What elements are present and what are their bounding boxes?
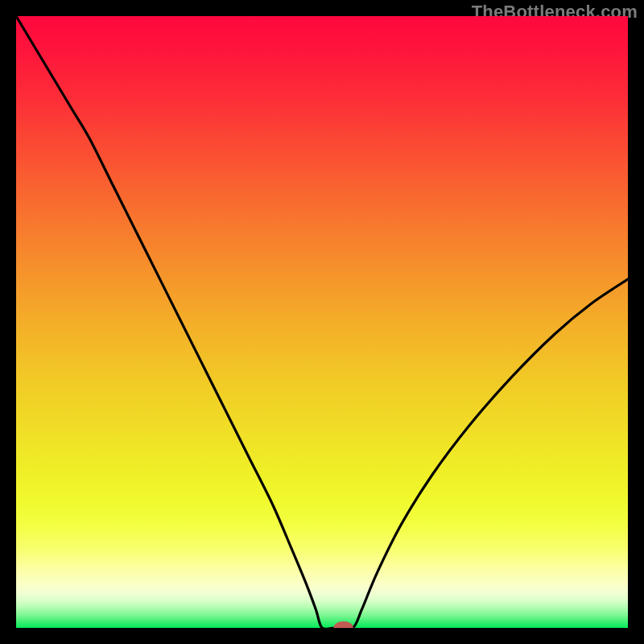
bottleneck-chart <box>16 16 628 628</box>
gradient-background <box>16 16 628 628</box>
chart-container: TheBottleneck.com <box>0 0 644 644</box>
plot-area <box>16 16 628 628</box>
